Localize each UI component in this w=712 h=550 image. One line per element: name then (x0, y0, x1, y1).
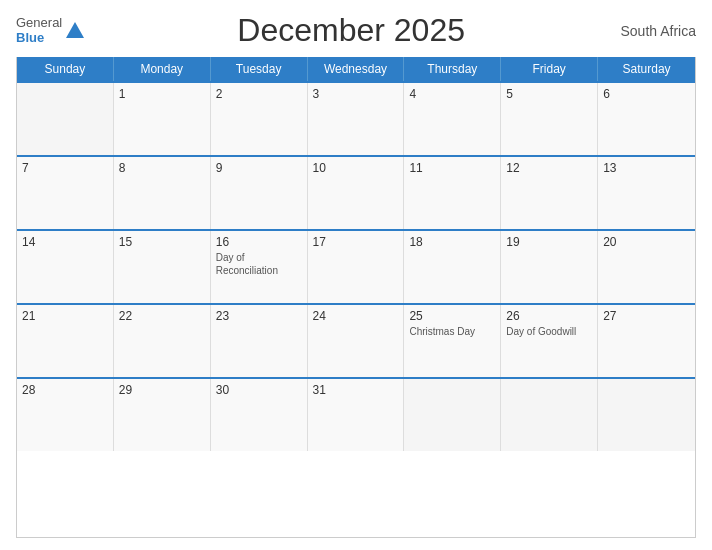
day-number: 5 (506, 87, 592, 101)
day-cell: 10 (308, 157, 405, 229)
day-event: Christmas Day (409, 325, 495, 338)
day-cell: 15 (114, 231, 211, 303)
day-headers: SundayMondayTuesdayWednesdayThursdayFrid… (17, 57, 695, 81)
day-header-friday: Friday (501, 57, 598, 81)
day-number: 8 (119, 161, 205, 175)
day-cell: 3 (308, 83, 405, 155)
week-row-1: 78910111213 (17, 155, 695, 229)
svg-marker-0 (66, 22, 84, 38)
day-cell: 24 (308, 305, 405, 377)
logo-text: General Blue (16, 16, 62, 45)
day-number: 11 (409, 161, 495, 175)
day-number: 19 (506, 235, 592, 249)
day-cell (17, 83, 114, 155)
logo: General Blue (16, 16, 86, 45)
day-cell: 13 (598, 157, 695, 229)
day-number: 31 (313, 383, 399, 397)
day-cell (501, 379, 598, 451)
calendar-page: General Blue December 2025 South Africa … (0, 0, 712, 550)
day-header-monday: Monday (114, 57, 211, 81)
day-cell: 25Christmas Day (404, 305, 501, 377)
day-cell: 16Day of Reconciliation (211, 231, 308, 303)
day-cell (404, 379, 501, 451)
day-number: 2 (216, 87, 302, 101)
day-cell: 6 (598, 83, 695, 155)
day-cell: 28 (17, 379, 114, 451)
weeks: 12345678910111213141516Day of Reconcilia… (17, 81, 695, 451)
day-number: 23 (216, 309, 302, 323)
day-cell: 4 (404, 83, 501, 155)
day-number: 6 (603, 87, 690, 101)
day-number: 7 (22, 161, 108, 175)
day-number: 10 (313, 161, 399, 175)
day-number: 30 (216, 383, 302, 397)
day-number: 17 (313, 235, 399, 249)
day-number: 1 (119, 87, 205, 101)
day-cell: 17 (308, 231, 405, 303)
day-number: 9 (216, 161, 302, 175)
day-number: 26 (506, 309, 592, 323)
day-number: 13 (603, 161, 690, 175)
month-title: December 2025 (86, 12, 616, 49)
day-header-tuesday: Tuesday (211, 57, 308, 81)
day-number: 22 (119, 309, 205, 323)
day-cell: 19 (501, 231, 598, 303)
day-number: 3 (313, 87, 399, 101)
day-event: Day of Reconciliation (216, 251, 302, 277)
week-row-3: 2122232425Christmas Day26Day of Goodwill… (17, 303, 695, 377)
day-number: 18 (409, 235, 495, 249)
day-cell: 8 (114, 157, 211, 229)
day-number: 12 (506, 161, 592, 175)
day-number: 4 (409, 87, 495, 101)
day-cell: 1 (114, 83, 211, 155)
day-cell: 27 (598, 305, 695, 377)
day-number: 29 (119, 383, 205, 397)
day-cell: 14 (17, 231, 114, 303)
day-cell: 30 (211, 379, 308, 451)
country-label: South Africa (616, 23, 696, 39)
calendar-grid: SundayMondayTuesdayWednesdayThursdayFrid… (16, 57, 696, 538)
day-number: 15 (119, 235, 205, 249)
day-cell: 12 (501, 157, 598, 229)
day-cell: 5 (501, 83, 598, 155)
header: General Blue December 2025 South Africa (16, 12, 696, 49)
day-number: 21 (22, 309, 108, 323)
day-cell: 29 (114, 379, 211, 451)
day-number: 28 (22, 383, 108, 397)
day-header-saturday: Saturday (598, 57, 695, 81)
week-row-2: 141516Day of Reconciliation17181920 (17, 229, 695, 303)
day-cell: 7 (17, 157, 114, 229)
day-cell: 20 (598, 231, 695, 303)
day-cell: 23 (211, 305, 308, 377)
day-number: 20 (603, 235, 690, 249)
day-cell: 22 (114, 305, 211, 377)
day-header-thursday: Thursday (404, 57, 501, 81)
day-number: 25 (409, 309, 495, 323)
week-row-0: 123456 (17, 81, 695, 155)
day-cell: 26Day of Goodwill (501, 305, 598, 377)
day-number: 16 (216, 235, 302, 249)
week-row-4: 28293031 (17, 377, 695, 451)
day-header-sunday: Sunday (17, 57, 114, 81)
day-header-wednesday: Wednesday (308, 57, 405, 81)
day-number: 14 (22, 235, 108, 249)
day-cell: 21 (17, 305, 114, 377)
day-cell: 18 (404, 231, 501, 303)
day-cell: 2 (211, 83, 308, 155)
day-cell: 9 (211, 157, 308, 229)
day-cell: 11 (404, 157, 501, 229)
logo-icon (64, 20, 86, 42)
day-number: 24 (313, 309, 399, 323)
day-cell: 31 (308, 379, 405, 451)
day-event: Day of Goodwill (506, 325, 592, 338)
day-number: 27 (603, 309, 690, 323)
day-cell (598, 379, 695, 451)
